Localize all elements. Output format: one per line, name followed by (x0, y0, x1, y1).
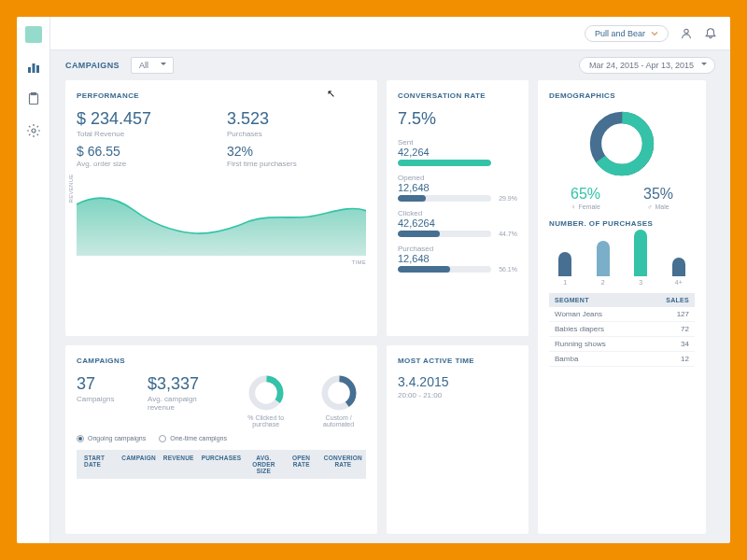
demographics-card: DEMOGRAPHICS 65%♀ Female 35%♂ Male NUMBE… (538, 80, 706, 534)
content-grid: PERFORMANCE $ 234.457Total Revenue 3.523… (50, 80, 730, 543)
sales-header: SALES (642, 293, 695, 307)
filter-label: CAMPAIGNS (65, 61, 120, 70)
table-column: PURCHASES (198, 450, 246, 479)
most-active-card: MOST ACTIVE TIME 3.4.2015 20:00 - 21:00 (387, 345, 529, 535)
bell-icon[interactable] (704, 27, 717, 40)
avg-campaign-revenue: $3,337 (148, 374, 220, 394)
logo-icon (25, 26, 42, 43)
most-active-date: 3.4.2015 (398, 374, 517, 389)
filter-bar: CAMPAIGNS All Mar 24, 2015 - Apr 13, 201… (50, 50, 730, 80)
donut2-label: Custom / automated (311, 414, 366, 427)
main: Pull and Bear CAMPAIGNS All Mar 24, 2015… (50, 17, 730, 543)
campaigns-title: CAMPAIGNS (77, 357, 366, 365)
sidebar (17, 17, 50, 543)
clicked-purchase-donut: % Clicked to purchase (235, 374, 296, 427)
segment-table: SEGMENTSALES Woman Jeans127Babies diaper… (549, 293, 695, 367)
demographics-donut (549, 109, 695, 178)
purchases-value: 3.523 (227, 109, 366, 129)
app-frame: Pull and Bear CAMPAIGNS All Mar 24, 2015… (17, 17, 730, 543)
segment-header: SEGMENT (549, 293, 642, 307)
performance-title: PERFORMANCE (77, 91, 366, 100)
svg-rect-1 (32, 63, 35, 73)
onetime-label: One-time campigns (170, 435, 227, 441)
svg-point-5 (32, 129, 35, 133)
svg-rect-2 (36, 65, 39, 73)
user-icon[interactable] (680, 27, 693, 40)
male-pct: 35% (643, 186, 673, 203)
date-range-select[interactable]: Mar 24, 2015 - Apr 13, 2015 (579, 57, 715, 74)
table-column: AVG. ORDER SIZE (245, 450, 282, 479)
first-time-label: First time purchasers (227, 160, 366, 168)
avg-order-value: $ 66.55 (77, 144, 216, 159)
segment-row: Bamba12 (549, 352, 695, 367)
donut1-label: % Clicked to purchase (235, 414, 296, 427)
conversion-row: Sent42,264 (398, 138, 517, 166)
table-column: CAMPAIGN (118, 450, 160, 479)
conversion-row: Purchased12,64856.1% (398, 245, 517, 273)
demographics-title: DEMOGRAPHICS (549, 91, 695, 100)
avg-order-label: Avg. order size (77, 160, 216, 168)
custom-auto-donut: Custom / automated (311, 374, 366, 427)
conversion-card: CONVERSATION RATE 7.5% Sent42,264Opened1… (387, 80, 529, 336)
table-column: REVENUE (160, 450, 198, 479)
female-pct: 65% (571, 186, 600, 203)
purchases-chart-title: NUMBER. OF PURCHASES (549, 219, 695, 228)
segment-row: Babies diapers72 (549, 322, 695, 337)
svg-point-6 (684, 29, 688, 33)
bar-column: 3 (625, 230, 657, 286)
onetime-radio[interactable]: One-time campigns (159, 435, 227, 442)
campaign-count: 37 (77, 374, 133, 394)
total-revenue-label: Total Revenue (77, 130, 216, 138)
most-active-title: MOST ACTIVE TIME (398, 357, 517, 365)
segment-row: Woman Jeans127 (549, 307, 695, 322)
ongoing-label: Ongoing campaigns (88, 435, 146, 441)
campaign-filter-select[interactable]: All (131, 57, 174, 74)
performance-card: PERFORMANCE $ 234.457Total Revenue 3.523… (65, 80, 377, 336)
chart-xlabel: TIME (351, 259, 366, 265)
table-column: START DATE (77, 450, 118, 479)
nav-clipboard-icon[interactable] (26, 91, 41, 106)
campaigns-table-header: START DATECAMPAIGNREVENUEPURCHASESAVG. O… (77, 450, 366, 479)
bar-column: 2 (587, 241, 620, 286)
female-label: ♀ Female (571, 203, 600, 210)
brand-selector-label: Pull and Bear (595, 29, 645, 38)
chart-ylabel: REVENUE (68, 174, 74, 203)
conversion-title: CONVERSATION RATE (398, 91, 517, 100)
revenue-chart: REVENUE TIME (77, 174, 366, 256)
ongoing-radio[interactable]: Ongoing campaigns (77, 435, 146, 442)
nav-settings-icon[interactable] (26, 123, 41, 138)
conversion-rate: 7.5% (398, 109, 517, 129)
conversion-row: Clicked42,626444.7% (398, 209, 517, 237)
campaigns-card: CAMPAIGNS 37Campaigns $3,337Avg. campaig… (65, 345, 377, 535)
nav-analytics-icon[interactable] (26, 60, 41, 75)
conversion-rows: Sent42,264Opened12,64829.9%Clicked42,626… (398, 138, 517, 273)
topbar: Pull and Bear (50, 17, 730, 50)
conversion-row: Opened12,64829.9% (398, 174, 517, 202)
purchases-label: Purchases (227, 130, 366, 138)
table-column: OPEN RATE (283, 450, 320, 479)
brand-selector[interactable]: Pull and Bear (585, 25, 669, 42)
svg-rect-0 (28, 67, 31, 73)
most-active-time: 20:00 - 21:00 (398, 391, 517, 399)
segment-row: Running shows34 (549, 337, 695, 352)
total-revenue-value: $ 234.457 (77, 109, 216, 129)
bar-column: 4+ (663, 258, 696, 286)
bar-column: 1 (549, 252, 582, 286)
first-time-value: 32% (227, 144, 366, 159)
campaign-count-label: Campaigns (77, 395, 133, 403)
table-column: CONVERION RATE (320, 450, 366, 479)
svg-rect-3 (29, 94, 37, 105)
avg-campaign-label: Avg. campaign revenue (148, 395, 220, 412)
male-label: ♂ Male (643, 203, 673, 210)
purchases-bars: 1234+ (549, 233, 695, 286)
